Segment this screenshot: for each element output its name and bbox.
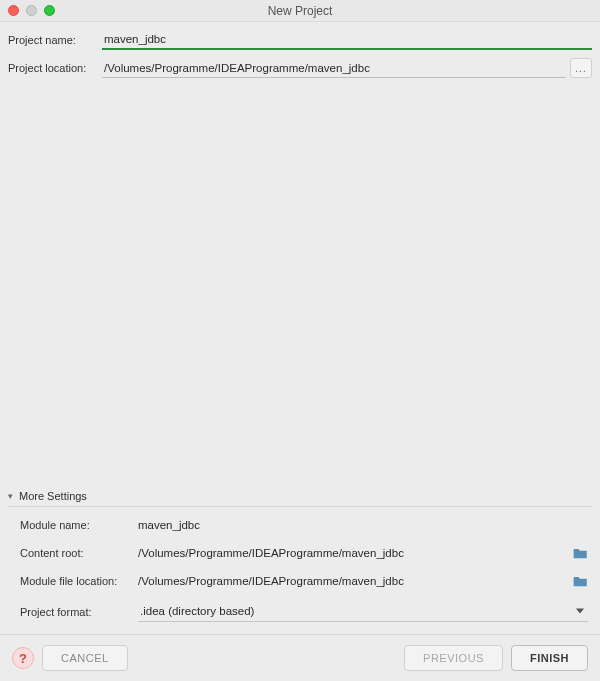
content-root-label: Content root: <box>20 547 138 559</box>
module-file-location-browse-button[interactable] <box>573 575 588 587</box>
window-controls <box>8 5 55 16</box>
minimize-icon <box>26 5 37 16</box>
project-location-label: Project location: <box>8 62 102 74</box>
spacer <box>8 86 592 490</box>
more-settings-toggle[interactable]: ▾ More Settings <box>8 490 592 507</box>
project-name-input[interactable] <box>102 30 592 50</box>
project-format-label: Project format: <box>20 606 138 618</box>
dialog-content: Project name: Project location: ... ▾ Mo… <box>0 22 600 634</box>
project-format-row: Project format: .idea (directory based) <box>20 601 588 622</box>
cancel-button[interactable]: CANCEL <box>42 645 128 671</box>
zoom-icon[interactable] <box>44 5 55 16</box>
module-name-value[interactable]: maven_jdbc <box>138 517 588 533</box>
content-root-value[interactable]: /Volumes/Programme/IDEAProgramme/maven_j… <box>138 545 573 561</box>
more-settings-body: Module name: maven_jdbc Content root: /V… <box>8 517 592 634</box>
content-root-row: Content root: /Volumes/Programme/IDEAPro… <box>20 545 588 561</box>
close-icon[interactable] <box>8 5 19 16</box>
help-icon: ? <box>19 651 27 666</box>
module-file-location-row: Module file location: /Volumes/Programme… <box>20 573 588 589</box>
module-file-location-label: Module file location: <box>20 575 138 587</box>
folder-icon <box>573 575 588 588</box>
more-settings-label: More Settings <box>19 490 87 502</box>
project-name-row: Project name: <box>8 30 592 50</box>
window-title: New Project <box>0 4 600 18</box>
help-button[interactable]: ? <box>12 647 34 669</box>
module-file-location-value[interactable]: /Volumes/Programme/IDEAProgramme/maven_j… <box>138 573 573 589</box>
project-format-select[interactable]: .idea (directory based) <box>138 601 588 622</box>
title-bar: New Project <box>0 0 600 22</box>
content-root-browse-button[interactable] <box>573 547 588 559</box>
chevron-down-icon: ▾ <box>8 491 13 501</box>
finish-button[interactable]: FINISH <box>511 645 588 671</box>
project-location-input[interactable] <box>102 59 566 78</box>
folder-icon <box>573 547 588 560</box>
module-name-label: Module name: <box>20 519 138 531</box>
project-location-row: Project location: ... <box>8 58 592 78</box>
previous-button[interactable]: PREVIOUS <box>404 645 503 671</box>
module-name-row: Module name: maven_jdbc <box>20 517 588 533</box>
dialog-footer: ? CANCEL PREVIOUS FINISH <box>0 634 600 681</box>
browse-location-button[interactable]: ... <box>570 58 592 78</box>
project-name-label: Project name: <box>8 34 102 46</box>
